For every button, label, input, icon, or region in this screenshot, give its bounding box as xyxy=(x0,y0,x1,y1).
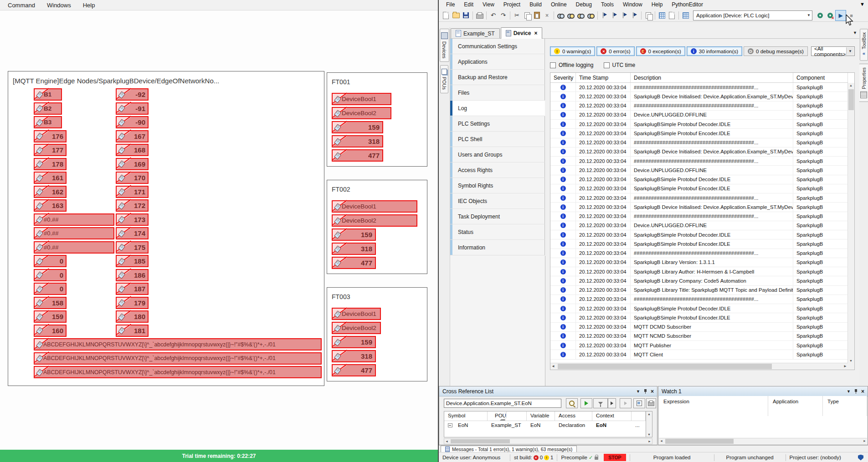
pous-panel-tab[interactable]: POUs xyxy=(440,65,448,93)
bookmark-prev-button[interactable] xyxy=(620,10,629,20)
column-header-context[interactable]: Context xyxy=(592,411,632,421)
bool-tag[interactable]: DeviceBool1 xyxy=(332,308,381,320)
tag[interactable]: 0 xyxy=(34,283,67,295)
tag[interactable]: 187 xyxy=(116,283,149,295)
collapse-icon[interactable] xyxy=(448,423,452,427)
bool-tag[interactable]: DeviceBool2 xyxy=(332,107,391,119)
severity-filter-button[interactable]: 0 warning(s) xyxy=(550,46,595,56)
log-row[interactable]: 20.12.2020 00:33:04 ####################… xyxy=(550,249,848,258)
column-header-variable[interactable]: Variable xyxy=(527,411,555,421)
crossref-filter-button[interactable] xyxy=(593,398,608,408)
menu-item[interactable]: Tools xyxy=(596,1,618,8)
tag[interactable]: 172 xyxy=(116,199,149,212)
crossref-search-button[interactable] xyxy=(566,398,578,408)
tag[interactable]: #0.## xyxy=(34,213,114,226)
menu-item[interactable]: View xyxy=(478,1,499,8)
tag[interactable]: -90 xyxy=(116,116,149,128)
properties-panel-tab[interactable]: Properties xyxy=(859,64,868,102)
value-tag[interactable]: 477 xyxy=(332,364,376,376)
copy-button[interactable] xyxy=(522,10,532,20)
log-row[interactable]: 20.12.2020 00:33:04 MQTT DCMD Subscriber… xyxy=(550,323,848,332)
menu-item[interactable]: Debug xyxy=(571,1,596,8)
window-menu-icon[interactable]: ▼ xyxy=(860,1,865,7)
menu-item[interactable]: Build xyxy=(525,1,546,8)
log-row[interactable]: 20.12.2020 00:33:04 Device.UNPLUGGED.OFF… xyxy=(550,166,848,175)
crossref-search-input[interactable] xyxy=(444,399,561,408)
new-object-button[interactable] xyxy=(667,10,677,20)
menu-item[interactable]: Online xyxy=(546,1,571,8)
tag[interactable]: 179 xyxy=(116,297,149,309)
column-header-access[interactable]: Access xyxy=(555,411,592,421)
messages-tab[interactable]: Messages - Total 1 error(s), 1 warning(s… xyxy=(441,446,577,452)
device-nav-item[interactable]: Log xyxy=(450,101,545,116)
string-tag[interactable]: ABCDEFGHIJKLMNOPQRSTUVWXYZ[\]^_`abcdefgh… xyxy=(34,352,322,365)
scrollbar-thumb[interactable] xyxy=(451,439,510,443)
tag[interactable]: 159 xyxy=(34,310,67,323)
delete-button[interactable]: × xyxy=(542,10,552,20)
tag[interactable]: 163 xyxy=(34,199,67,212)
crossref-vertical-scrollbar[interactable]: ▲ ▼ xyxy=(646,411,652,437)
cut-button[interactable]: ✂ xyxy=(512,10,522,20)
scroll-right-icon[interactable]: ► xyxy=(863,439,866,442)
value-tag[interactable]: 159 xyxy=(332,121,383,133)
incremental-search-button[interactable] xyxy=(566,10,575,20)
undo-button[interactable]: ↶ xyxy=(488,10,498,20)
utc-time-checkbox[interactable]: UTC time xyxy=(604,62,636,68)
device-nav-item[interactable]: Task Deployment xyxy=(450,209,545,224)
column-header-type[interactable]: Type xyxy=(823,396,867,408)
log-row[interactable]: 20.12.2020 00:33:04 SparkplugB Device In… xyxy=(550,203,848,212)
device-nav-item[interactable]: IEC Objects xyxy=(450,193,545,209)
menu-item[interactable]: Command xyxy=(2,2,41,9)
string-tag[interactable]: ABCDEFGHIJKLMNOPQRSTUVWXYZ[\]^_`abcdefgh… xyxy=(34,338,322,350)
menu-item[interactable]: Help xyxy=(77,2,101,9)
paste-button[interactable] xyxy=(532,10,542,20)
scrollbar-thumb[interactable] xyxy=(848,89,854,110)
log-row[interactable]: 20.12.2020 00:33:04 SparkplugB Device In… xyxy=(550,147,848,157)
duplicate-button[interactable] xyxy=(643,10,653,20)
log-row[interactable]: 20.12.2020 00:33:04 SparkplugBSimple Pro… xyxy=(550,239,848,249)
log-row[interactable]: 20.12.2020 00:33:04 ####################… xyxy=(550,193,848,203)
tag[interactable]: 0 xyxy=(34,255,67,267)
column-header-timestamp[interactable]: Time Stamp xyxy=(576,73,631,82)
menu-item[interactable]: Help xyxy=(647,1,668,8)
toolbox-panel-tab[interactable]: » ToolBox xyxy=(860,29,868,61)
tab-list-dropdown-icon[interactable]: ▼ xyxy=(853,30,857,35)
tag[interactable]: 181 xyxy=(116,325,149,337)
severity-filter-button[interactable]: 0 exception(s) xyxy=(636,46,685,56)
device-nav-item[interactable]: Symbol Rights xyxy=(450,178,545,193)
offline-logging-checkbox[interactable]: Offline logging xyxy=(550,62,594,68)
log-row[interactable]: 20.12.2020 00:33:04 SparkplugB Library A… xyxy=(550,267,848,276)
column-header-pou[interactable]: POU xyxy=(488,411,527,421)
device-nav-item[interactable]: Information xyxy=(450,240,545,255)
bool-tag[interactable]: DeviceBool2 xyxy=(332,322,381,334)
log-row[interactable]: 20.12.2020 00:33:04 SparkplugB Device In… xyxy=(550,92,848,101)
log-horizontal-scrollbar[interactable]: ◄ ► xyxy=(550,363,848,370)
string-tag[interactable]: ABCDEFGHIJKLMNOPQRSTUVWXYZ[\]^_`abcdefgh… xyxy=(34,366,322,378)
menu-item[interactable]: Window xyxy=(618,1,647,8)
bool-tag[interactable]: DeviceBool2 xyxy=(332,214,417,227)
tag[interactable]: #0.## xyxy=(34,227,114,239)
column-header-component[interactable]: Component xyxy=(793,73,848,82)
bool-tag[interactable]: DeviceBool1 xyxy=(332,200,417,213)
log-row[interactable]: 20.12.2020 00:33:04 Device.UNPLUGGED.OFF… xyxy=(550,221,848,230)
tab-device[interactable]: Device × xyxy=(501,27,543,39)
value-tag[interactable]: 159 xyxy=(332,336,376,348)
tag[interactable]: #0.## xyxy=(34,241,114,254)
device-nav-item[interactable]: Status xyxy=(450,224,545,240)
tag[interactable]: -92 xyxy=(116,88,149,101)
login-button[interactable] xyxy=(815,10,825,20)
scroll-down-icon[interactable]: ▼ xyxy=(849,359,853,362)
tag[interactable]: 185 xyxy=(116,255,149,267)
log-row[interactable]: 20.12.2020 00:33:04 MQTT NCMD Subscriber… xyxy=(550,332,848,341)
value-tag[interactable]: 159 xyxy=(332,228,376,241)
log-row[interactable]: 20.12.2020 00:33:04 SparkplugBSimple Pro… xyxy=(550,120,848,129)
tag[interactable]: 170 xyxy=(116,172,149,184)
component-filter-select[interactable]: <All components> ▼ xyxy=(811,46,855,56)
value-tag[interactable]: 477 xyxy=(332,149,383,162)
column-header-description[interactable]: Description xyxy=(631,73,793,82)
scroll-up-icon[interactable]: ▲ xyxy=(849,84,853,87)
crossref-filter-next-button[interactable] xyxy=(608,398,616,408)
logout-button[interactable] xyxy=(825,10,835,20)
device-nav-item[interactable]: Communication Settings xyxy=(450,39,545,54)
close-icon[interactable]: × xyxy=(861,388,864,395)
